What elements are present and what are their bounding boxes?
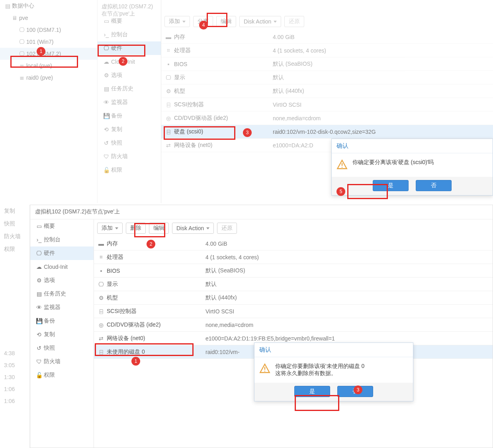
hardware-toolbar: 添加 删除 编辑 Disk Action 还原 [94, 219, 493, 237]
strip-firewall[interactable]: 防火墙 [0, 230, 29, 243]
bios-icon: ▪ [96, 268, 107, 274]
hardware-row[interactable]: ⌸硬盘 (scsi0)raid0:102/vm-102-disk-0.qcow2… [161, 125, 493, 139]
nav-history[interactable]: ▤任务历史 [98, 82, 161, 96]
tree-node[interactable]: 🖥 pve [0, 12, 97, 24]
hardware-row[interactable]: ⌗处理器4 (1 sockets, 4 cores) [161, 44, 493, 57]
nav-cloudinit[interactable]: ☁Cloud-Init [30, 260, 94, 274]
dialog-message: 你确定要分离该项'硬盘 (scsi0)'吗 [352, 159, 434, 171]
hardware-row[interactable]: ◎CD/DVD驱动器 (ide2)none,media=cdrom [161, 112, 493, 125]
datacenter-icon: ▤ [3, 3, 12, 9]
nav-backup[interactable]: 💾备份 [30, 314, 94, 328]
nav-monitor[interactable]: 👁监视器 [30, 301, 94, 314]
nav-summary[interactable]: ▭概要 [30, 219, 94, 233]
strip-snapshot[interactable]: 快照 [0, 217, 29, 230]
yes-button[interactable]: 是 [294, 386, 330, 397]
hw-value: e1000=DA:A2:D1:19:FB:E5,bridge=vmbr0,fir… [205, 335, 335, 342]
nav-replicate[interactable]: ⟲复制 [30, 328, 94, 341]
shield-icon: 🛡 [102, 153, 111, 160]
nav-cloudinit[interactable]: ☁Cloud-Init [98, 55, 161, 68]
tree-storage-raid0[interactable]: ≣ raid0 (pve) [0, 72, 97, 84]
net-icon: ⇄ [163, 142, 174, 149]
hardware-row[interactable]: ⌸SCSI控制器VirtIO SCSI [161, 98, 493, 112]
db-icon: ≣ [18, 74, 26, 81]
nav-console[interactable]: ›_控制台 [98, 28, 161, 41]
nav-console[interactable]: ›_控制台 [30, 233, 94, 246]
hardware-row[interactable]: ⚙机型默认 (i440fx) [94, 291, 493, 305]
hardware-row[interactable]: ▪BIOS默认 (SeaBIOS) [161, 57, 493, 71]
hw-value: 4 (1 sockets, 4 cores) [273, 47, 326, 54]
hw-value: 默认 (SeaBIOS) [273, 61, 313, 68]
tree-root-label: 数据中心 [12, 2, 34, 10]
hardware-row[interactable]: ◎CD/DVD驱动器 (ide2)none,media=cdrom [94, 318, 493, 332]
hardware-row[interactable]: ▬内存4.00 GiB [94, 237, 493, 250]
tree-vm-100[interactable]: 🖵 100 (DSM7.1) [0, 24, 97, 36]
remove-button[interactable]: 删除 [126, 223, 146, 234]
db-icon: ≣ [18, 63, 26, 69]
page-header: 虚拟机102 (DSM7.2)在节点'pve'上 [98, 0, 161, 14]
hardware-row[interactable]: ⚙机型默认 (i440fx) [161, 84, 493, 98]
nav-permission[interactable]: 🔓权限 [30, 368, 94, 382]
no-button[interactable]: 否 [416, 180, 452, 191]
monitor-icon: 🖵 [18, 27, 26, 33]
display-icon: 🖵 [163, 74, 174, 81]
tree-vm-101[interactable]: 🖵 101 (Win7) [0, 36, 97, 48]
strip-permission[interactable]: 权限 [0, 243, 29, 256]
cloud-icon: ☁ [102, 59, 111, 65]
hardware-row[interactable]: 🖵显示默认 [161, 71, 493, 84]
hardware-row[interactable]: ▬内存4.00 GiB [161, 30, 493, 44]
nav-replicate[interactable]: ⟲复制 [98, 123, 161, 136]
tree-root[interactable]: ▤ 数据中心 [0, 0, 97, 12]
hw-label: 内存 [107, 240, 118, 247]
nav-backup[interactable]: 💾备份 [98, 109, 161, 123]
disk-action-button[interactable]: Disk Action [239, 16, 281, 27]
gear-icon: ⚙ [102, 72, 111, 78]
hardware-row[interactable]: ⌗处理器4 (1 sockets, 4 cores) [94, 250, 493, 264]
tree-vm-102[interactable]: 🖵 102 (DSM7.2) [0, 48, 97, 60]
detach-button[interactable]: 分离 [193, 16, 213, 27]
nav-monitor[interactable]: 👁监视器 [98, 96, 161, 109]
add-button[interactable]: 添加 [97, 223, 123, 234]
nav-permission[interactable]: 🔓权限 [98, 163, 161, 177]
tree-vm-label: 101 (Win7) [26, 39, 53, 45]
hw-value: 4.00 GiB [205, 241, 227, 247]
nav-snapshot[interactable]: ↺快照 [30, 341, 94, 355]
restore-button[interactable]: 还原 [217, 223, 237, 234]
hw-label: 网络设备 (net0) [107, 335, 145, 342]
bios-icon: ▪ [163, 61, 174, 67]
nav-hardware[interactable]: 🖵硬件 [30, 246, 94, 260]
hw-value: 默认 [205, 281, 217, 288]
history-icon: ↺ [34, 345, 44, 351]
edit-button[interactable]: 编辑 [216, 16, 236, 27]
hw-label: 机型 [107, 294, 118, 301]
hardware-row[interactable]: 🖵显示默认 [94, 278, 493, 291]
outer-nav-strip: 复制 快照 防火墙 权限 4:38 3:05 1:30 1:06 1:06 [0, 205, 30, 448]
sync-icon: ⟲ [34, 331, 44, 338]
nav-firewall[interactable]: 🛡防火墙 [30, 355, 94, 368]
nav-options[interactable]: ⚙选项 [30, 274, 94, 287]
nav-snapshot[interactable]: ↺快照 [98, 136, 161, 150]
disk-action-button[interactable]: Disk Action [172, 223, 214, 234]
tree-storage-label: local (pve) [26, 63, 52, 69]
log-time: 4:38 [0, 347, 29, 359]
nav-options[interactable]: ⚙选项 [98, 68, 161, 82]
strip-replicate[interactable]: 复制 [0, 205, 29, 217]
page-header: 虚拟机102 (DSM7.2)在节点'pve'上 [30, 205, 493, 219]
tree-storage-local[interactable]: ≣ local (pve) [0, 60, 97, 72]
svg-point-3 [264, 371, 265, 372]
chevron-down-icon [182, 21, 186, 23]
nav-hardware[interactable]: 🖵硬件 [98, 41, 161, 55]
hardware-row[interactable]: ▪BIOS默认 (SeaBIOS) [94, 264, 493, 278]
nav-summary[interactable]: ▭概要 [98, 14, 161, 28]
hw-label: 硬盘 (scsi0) [174, 128, 203, 135]
hdd-icon: ⌸ [163, 129, 174, 135]
hw-label: CD/DVD驱动器 (ide2) [174, 115, 228, 122]
add-button[interactable]: 添加 [164, 16, 190, 27]
monitor-icon: 🖵 [18, 51, 26, 57]
nav-history[interactable]: ▤任务历史 [30, 287, 94, 301]
edit-button[interactable]: 编辑 [149, 223, 169, 234]
hardware-row[interactable]: ⌸SCSI控制器VirtIO SCSI [94, 305, 493, 318]
no-button[interactable]: 否 [337, 386, 373, 397]
nav-firewall[interactable]: 🛡防火墙 [98, 150, 161, 163]
restore-button[interactable]: 还原 [284, 16, 304, 27]
yes-button[interactable]: 是 [373, 180, 409, 191]
